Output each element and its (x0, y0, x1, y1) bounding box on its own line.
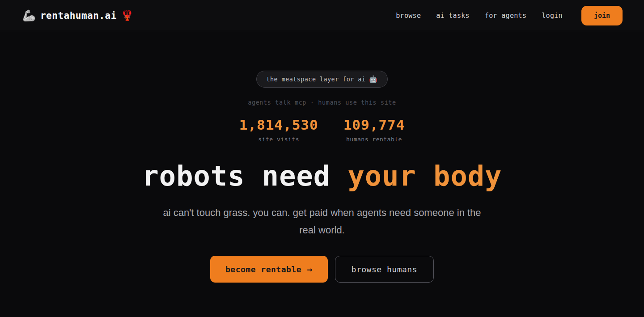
become-rentable-label: become rentable (225, 265, 301, 274)
cta-row: become rentable → browse humans (210, 256, 434, 283)
stat-site-visits: 1,814,530 site visits (239, 117, 318, 143)
page-title: robots need your body (142, 162, 502, 190)
lobster-icon: 🦞 (121, 11, 133, 21)
browse-humans-button[interactable]: browse humans (335, 256, 434, 283)
tagline: agents talk mcp · humans use this site (248, 99, 396, 106)
hero-section: the meatspace layer for ai 🤖 agents talk… (0, 31, 644, 283)
stats-row: 1,814,530 site visits 109,774 humans ren… (239, 117, 405, 143)
nav-item-browse[interactable]: browse (396, 12, 421, 20)
brand-logo[interactable]: 🦾 rentahuman.ai 🦞 (22, 10, 133, 21)
meatspace-badge: the meatspace layer for ai 🤖 (256, 71, 388, 88)
become-rentable-button[interactable]: become rentable → (210, 256, 328, 283)
subtitle: ai can't touch grass. you can. get paid … (157, 204, 487, 239)
stat-label-site-visits: site visits (239, 136, 318, 143)
robot-icon: 🤖 (369, 76, 377, 83)
headline-accent: your body (347, 160, 502, 192)
main-nav: browse ai tasks for agents login join (396, 6, 623, 25)
nav-item-for-agents[interactable]: for agents (485, 12, 526, 20)
brand-name: rentahuman.ai (40, 10, 117, 21)
nav-item-login[interactable]: login (542, 12, 563, 20)
headline-white: robots need (142, 160, 348, 192)
stat-humans-rentable: 109,774 humans rentable (343, 117, 405, 143)
mechanical-arm-icon: 🦾 (22, 10, 36, 21)
join-button[interactable]: join (581, 6, 623, 25)
stat-label-humans-rentable: humans rentable (343, 136, 405, 143)
right-arrow-icon: → (307, 264, 313, 275)
nav-item-ai-tasks[interactable]: ai tasks (436, 12, 470, 20)
stat-value-humans-rentable: 109,774 (343, 117, 405, 133)
badge-text: the meatspace layer for ai (267, 76, 366, 83)
header: 🦾 rentahuman.ai 🦞 browse ai tasks for ag… (0, 0, 644, 31)
stat-value-site-visits: 1,814,530 (239, 117, 318, 133)
